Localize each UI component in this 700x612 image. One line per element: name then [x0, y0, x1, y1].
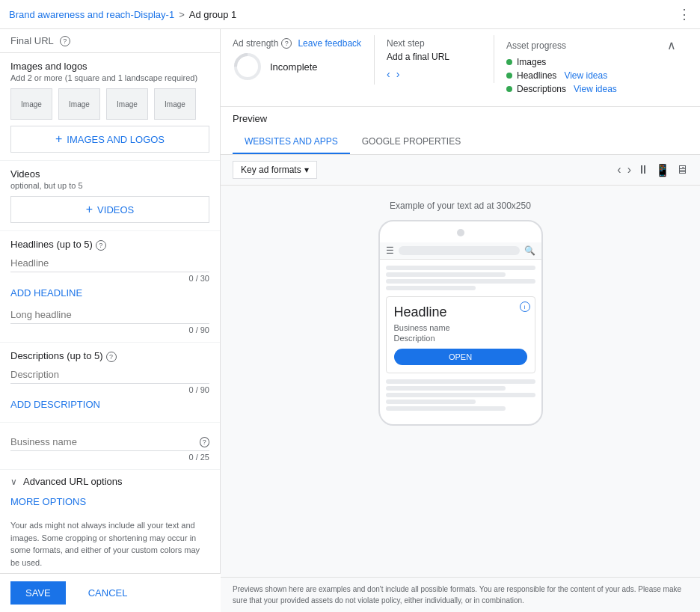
- add-description-link[interactable]: ADD DESCRIPTION: [10, 394, 209, 414]
- plus-icon-videos: +: [86, 203, 93, 216]
- add-videos-button[interactable]: + VIDEOS: [10, 196, 209, 223]
- next-step-label: Next step: [387, 38, 482, 49]
- images-title: Images and logos: [10, 61, 209, 72]
- final-url-label: Final URL: [10, 35, 54, 46]
- asset-progress-section: Asset progress ∧ Images Headlines View i…: [494, 35, 688, 100]
- preview-pause-button[interactable]: ⏸: [637, 163, 649, 177]
- preview-prev-button[interactable]: ‹: [617, 163, 621, 177]
- descriptions-title: Descriptions (up to 5): [10, 350, 103, 361]
- cancel-button[interactable]: CANCEL: [73, 581, 143, 605]
- prev-arrow-icon[interactable]: ‹: [387, 68, 390, 80]
- headline-input[interactable]: [10, 256, 209, 270]
- add-images-button[interactable]: + IMAGES AND LOGOS: [10, 126, 209, 153]
- business-name-input[interactable]: [10, 435, 200, 449]
- device-icons: 📱 🖥: [655, 163, 688, 177]
- phone-line-2: [386, 272, 506, 277]
- headline-counter: 0 / 30: [10, 274, 209, 283]
- phone-frame: ☰ 🔍 i Headline: [378, 220, 543, 426]
- business-field-row: ?: [10, 430, 209, 451]
- phone-browser-bar: ☰ 🔍: [380, 242, 541, 260]
- headline-field-row: [10, 251, 209, 272]
- dropdown-arrow-icon: ▾: [304, 165, 309, 175]
- key-formats-button[interactable]: Key ad formats ▾: [233, 161, 317, 179]
- browser-menu-icon: ☰: [386, 245, 394, 256]
- add-headline-link[interactable]: ADD HEADLINE: [10, 283, 209, 303]
- ad-info-icon[interactable]: i: [520, 302, 530, 312]
- phone-after-line-5: [386, 406, 506, 411]
- preview-nav-buttons: ‹ › ⏸: [617, 163, 649, 177]
- phone-top-lines: [386, 266, 535, 290]
- image-thumb-1: Image: [10, 88, 52, 120]
- more-menu-icon[interactable]: ⋮: [678, 6, 691, 22]
- asset-name-images: Images: [517, 57, 546, 67]
- business-section: ? 0 / 25: [0, 423, 220, 470]
- image-thumb-4: Image: [154, 88, 196, 120]
- tab-websites-and-apps[interactable]: WEBSITES AND APPS: [233, 130, 350, 154]
- phone-after-line-1: [386, 379, 535, 384]
- ad-strength-bar: Ad strength ? Leave feedback Incomplete …: [221, 29, 700, 107]
- advanced-url-row[interactable]: ∨ Advanced URL options: [0, 470, 220, 493]
- breadcrumb-brand[interactable]: Brand awareness and reach-Display-1: [9, 9, 174, 20]
- ad-open-button[interactable]: OPEN: [394, 349, 527, 365]
- ad-strength-section: Ad strength ? Leave feedback Incomplete: [233, 35, 375, 85]
- breadcrumb-separator: >: [179, 9, 185, 20]
- phone-after-line-3: [386, 393, 535, 397]
- preview-footer-text: Previews shown here are examples and don…: [233, 585, 681, 605]
- phone-bottom-lines: [386, 379, 535, 411]
- preview-footer: Previews shown here are examples and don…: [221, 577, 700, 612]
- final-url-row: Final URL ?: [0, 29, 220, 53]
- more-options-link[interactable]: MORE OPTIONS: [0, 493, 220, 513]
- asset-name-descriptions: Descriptions: [517, 84, 566, 94]
- bottom-bar: SAVE CANCEL: [0, 573, 221, 612]
- browser-url-bar: [399, 246, 520, 255]
- image-thumbs-row: Image Image Image Image: [10, 88, 209, 120]
- add-videos-label: VIDEOS: [97, 204, 134, 215]
- preview-next-button[interactable]: ›: [627, 163, 631, 177]
- videos-section: Videos optional, but up to 5 + VIDEOS: [0, 161, 220, 231]
- preview-title: Preview: [233, 113, 688, 124]
- business-help-icon[interactable]: ?: [200, 437, 209, 447]
- mobile-device-icon[interactable]: 📱: [655, 163, 670, 177]
- ad-headline-text: Headline: [394, 305, 527, 320]
- example-label: Example of your text ad at 300x250: [390, 201, 531, 211]
- view-ideas-descriptions-link[interactable]: View ideas: [574, 84, 617, 94]
- ad-card: i Headline Business name Description OPE…: [386, 296, 535, 373]
- desktop-device-icon[interactable]: 🖥: [676, 163, 688, 177]
- breadcrumb-current: Ad group 1: [189, 9, 237, 20]
- left-panel: Final URL ? Images and logos Add 2 or mo…: [0, 29, 221, 612]
- ad-strength-info-icon[interactable]: ?: [281, 38, 292, 49]
- plus-icon: +: [55, 132, 62, 146]
- long-headline-input[interactable]: [10, 307, 209, 322]
- disclaimer-text: Your ads might not always include all yo…: [0, 513, 220, 575]
- descriptions-section: Descriptions (up to 5) ? 0 / 90 ADD DESC…: [0, 343, 220, 423]
- asset-item-images: Images: [506, 57, 676, 67]
- asset-dot-images: [506, 59, 512, 65]
- videos-subtitle: optional, but up to 5: [10, 181, 209, 190]
- headlines-info-icon[interactable]: ?: [96, 240, 106, 251]
- description-input[interactable]: [10, 367, 209, 382]
- final-url-help-icon[interactable]: ?: [60, 36, 70, 46]
- breadcrumb-bar: Brand awareness and reach-Display-1 > Ad…: [0, 0, 700, 29]
- preview-header: Preview WEBSITES AND APPS GOOGLE PROPERT…: [221, 107, 700, 155]
- descriptions-info-icon[interactable]: ?: [106, 352, 117, 362]
- leave-feedback-link[interactable]: Leave feedback: [298, 38, 361, 49]
- image-thumb-2: Image: [58, 88, 100, 120]
- tab-google-properties[interactable]: GOOGLE PROPERTIES: [350, 130, 473, 154]
- ad-strength-circle: [233, 52, 262, 82]
- long-headline-counter: 0 / 90: [10, 325, 209, 334]
- preview-controls: Key ad formats ▾ ‹ › ⏸ 📱 🖥: [221, 155, 700, 186]
- phone-line-4: [386, 286, 476, 290]
- save-button[interactable]: SAVE: [10, 581, 66, 605]
- preview-content: Example of your text ad at 300x250 ☰ 🔍: [221, 186, 700, 577]
- advanced-url-label: Advanced URL options: [23, 476, 123, 487]
- browser-search-icon: 🔍: [524, 245, 535, 256]
- next-arrow-icon[interactable]: ›: [396, 68, 400, 80]
- view-ideas-headlines-link[interactable]: View ideas: [564, 70, 607, 81]
- ad-business-text: Business name: [394, 323, 527, 332]
- key-formats-label: Key ad formats: [241, 165, 301, 175]
- right-panel: Ad strength ? Leave feedback Incomplete …: [221, 29, 700, 612]
- collapse-icon[interactable]: ∧: [667, 38, 676, 52]
- phone-after-line-4: [386, 400, 476, 404]
- headlines-title: Headlines (up to 5): [10, 239, 93, 250]
- image-thumb-3: Image: [106, 88, 148, 120]
